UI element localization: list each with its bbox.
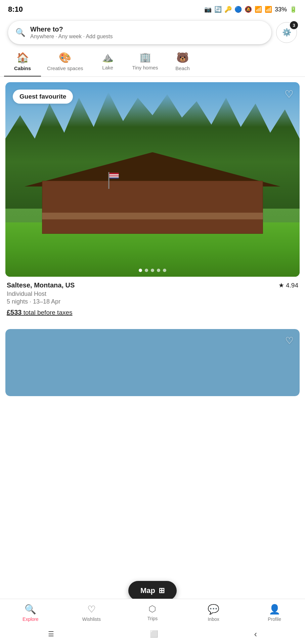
map-button-wrap: Map ⊞ [128,581,177,600]
filter-badge: 3 [290,21,298,29]
camera-icon: 📷 [204,6,212,13]
key-icon: 🔑 [224,6,232,13]
listing-card-2[interactable]: ♡ [5,329,300,396]
price-value: £533 total before taxes [7,309,73,316]
rating-value: 4.94 [286,282,298,289]
menu-icon: ☰ [48,630,54,638]
nfc-icon: 🔄 [214,6,222,13]
profile-label: Profile [268,616,281,622]
battery-icon: 🔋 [290,6,297,13]
listing-image: Guest favourite ♡ [5,82,300,277]
tab-creative-spaces[interactable]: 🎨 Creative spaces [41,48,89,76]
filter-button[interactable]: ⚙️ 3 [276,22,297,43]
nav-inbox[interactable]: 💬 Inbox [197,604,230,622]
listing-location: Saltese, Montana, US [7,281,75,289]
cabins-icon: 🏠 [16,52,29,63]
search-section: 🔍 Where to? Anywhere · Any week · Add gu… [0,17,305,48]
listing-price: £533 total before taxes [7,309,298,316]
wifi-icon: 📶 [255,6,262,13]
image-dots [139,269,166,272]
category-tabs: 🏠 Cabins 🎨 Creative spaces ⛰️ Lake 🏢 Tin… [0,48,305,77]
trips-icon: ⬡ [148,604,156,614]
status-time: 8:10 [8,5,23,14]
dot-3 [151,269,154,272]
listing-image-2: ♡ [5,329,300,396]
tab-beach[interactable]: 🐻 Beach [164,48,201,76]
creative-spaces-icon: 🎨 [59,52,71,63]
profile-icon: 👤 [269,604,280,615]
search-sub-text: Anywhere · Any week · Add guests [30,34,113,40]
wishlists-icon: ♡ [87,604,96,615]
guest-favourite-badge: Guest favourite [13,90,73,104]
tab-tiny-homes[interactable]: 🏢 Tiny homes [126,48,164,75]
beach-label: Beach [175,65,190,71]
explore-icon: 🔍 [25,604,36,615]
beach-icon: 🐻 [176,52,189,63]
nav-explore[interactable]: 🔍 Explore [14,604,47,622]
android-home-button[interactable]: ⬜ [142,627,166,641]
map-icon: ⊞ [159,586,165,595]
explore-label: Explore [23,616,38,622]
tiny-homes-icon: 🏢 [139,52,151,63]
listing-title-row: Saltese, Montana, US ★ 4.94 [7,281,298,289]
listing-info: Saltese, Montana, US ★ 4.94 Individual H… [5,277,300,320]
listing-dates: 5 nights · 13–18 Apr [7,298,298,305]
map-button[interactable]: Map ⊞ [128,581,177,600]
trips-label: Trips [147,616,158,621]
creative-spaces-label: Creative spaces [47,65,83,71]
tiny-homes-label: Tiny homes [132,65,158,70]
wishlist-button-2[interactable]: ♡ [285,335,294,346]
android-menu-button[interactable]: ☰ [40,627,62,641]
nav-profile[interactable]: 👤 Profile [258,604,291,622]
tab-cabins[interactable]: 🏠 Cabins [4,48,41,76]
wishlist-button[interactable]: ♡ [285,88,294,100]
nav-trips[interactable]: ⬡ Trips [136,604,169,621]
search-main-text: Where to? [30,25,113,33]
home-square-icon: ⬜ [150,630,158,638]
status-bar: 8:10 📷 🔄 🔑 🔵 🔕 📶 📶 33% 🔋 [0,0,305,17]
back-icon: ‹ [254,629,257,639]
inbox-icon: 💬 [208,604,219,615]
dot-2 [145,269,148,272]
battery-text: 33% [275,6,287,13]
listings-container: Guest favourite ♡ Saltese, Montana, US ★… [0,77,305,396]
signal-icon: 📶 [265,6,272,13]
listing-card[interactable]: Guest favourite ♡ Saltese, Montana, US ★… [5,82,300,320]
listing-host: Individual Host [7,290,298,298]
lake-label: Lake [102,65,113,70]
tab-lake[interactable]: ⛰️ Lake [89,48,126,75]
filter-icon: ⚙️ [282,28,291,37]
bluetooth-icon: 🔵 [234,6,242,13]
cabin-photo [5,82,300,277]
search-bar[interactable]: 🔍 Where to? Anywhere · Any week · Add gu… [8,21,271,44]
mute-icon: 🔕 [245,6,252,13]
bottom-nav: 🔍 Explore ♡ Wishlists ⬡ Trips 💬 Inbox 👤 … [0,599,305,625]
star-icon: ★ [278,281,284,289]
listing-rating: ★ 4.94 [278,281,298,289]
map-label: Map [140,586,155,595]
lake-icon: ⛰️ [102,52,114,63]
android-nav-bar: ☰ ⬜ ‹ [0,625,305,644]
status-icons: 📷 🔄 🔑 🔵 🔕 📶 📶 33% 🔋 [204,6,297,13]
dot-4 [157,269,160,272]
android-back-button[interactable]: ‹ [246,626,265,642]
cabins-label: Cabins [14,65,31,71]
inbox-label: Inbox [208,616,219,622]
search-icon: 🔍 [15,28,26,37]
dot-5 [163,269,166,272]
dot-1 [139,269,142,272]
wishlists-label: Wishlists [82,616,101,622]
nav-wishlists[interactable]: ♡ Wishlists [75,604,108,622]
